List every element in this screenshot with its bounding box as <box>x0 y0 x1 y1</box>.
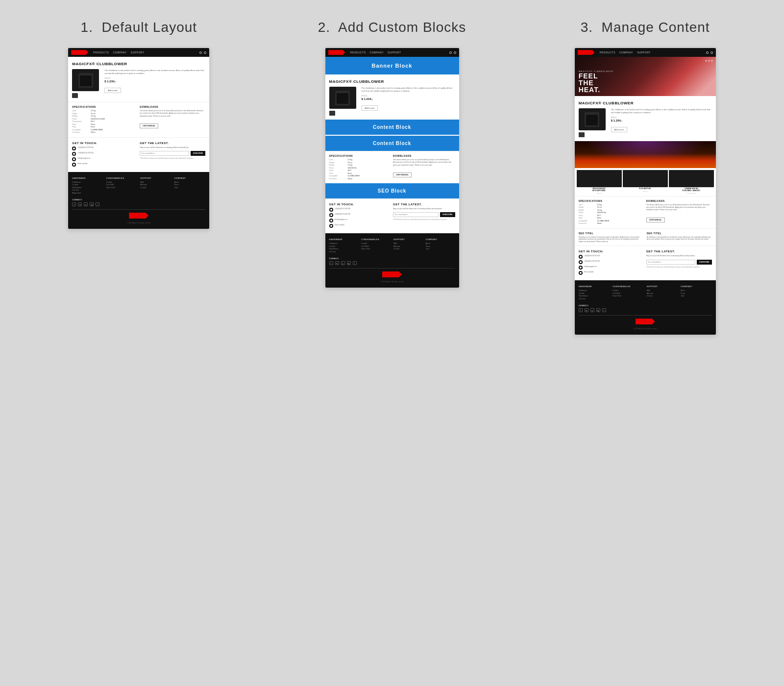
col2-nav-company[interactable]: COMPANY <box>370 51 384 54</box>
col3-footer-sup-3[interactable]: Contact <box>647 295 678 297</box>
col2-user-manual-button[interactable]: USER MANUAL <box>393 172 412 177</box>
col1-downloads: DOWNLOADS The device allows you to do so… <box>140 105 205 134</box>
col3-search-icon[interactable] <box>706 51 709 54</box>
column-1: 1. Default Layout PRODUCTS COMPANY SUPPO… <box>20 20 258 229</box>
col3-spec-label-4: Temp. <box>579 215 596 217</box>
twitter-icon[interactable]: t <box>96 202 99 206</box>
col3-footer-cons-3[interactable]: Hazer Fluid <box>612 295 644 297</box>
col2-footer-comp-1[interactable]: About <box>426 243 455 245</box>
col3-youtube-icon[interactable]: y <box>590 308 594 312</box>
col2-footer-link-3[interactable]: Flameblazer <box>329 248 359 250</box>
col3-facebook-icon[interactable]: f <box>579 308 583 312</box>
col3-footer-link-4[interactable]: Co2 Jets <box>579 298 610 300</box>
col2-footer-sup-3[interactable]: Contact <box>393 248 423 250</box>
cart-icon[interactable] <box>204 51 206 54</box>
col1-footer-link-2[interactable]: Confetti <box>72 184 103 186</box>
col1-email-input[interactable] <box>140 151 189 156</box>
col2-add-cart-button[interactable]: Add to cart <box>362 105 378 111</box>
col2-subscribe-button[interactable]: SUBSCRIBE <box>440 212 455 217</box>
col1-subscribe-button[interactable]: SUBSCRIBE <box>191 151 206 156</box>
col2-linkedin-icon[interactable]: in <box>335 261 339 265</box>
col1-footer-cons-3[interactable]: Hazer Fluid <box>106 187 138 189</box>
col3-phone2-text: +31(0)474 61 83 555 <box>584 260 600 263</box>
col3-nav-company[interactable]: COMPANY <box>619 51 633 54</box>
col3-footer-comp-1[interactable]: About <box>681 290 712 292</box>
col3-phone-icon-1 <box>579 255 583 259</box>
col2-instagram-icon[interactable]: ig <box>347 261 351 265</box>
col1-specs: SPECIFICATIONS Load 0,3 kg Height 15 cm … <box>72 105 138 134</box>
col3-product-image-area <box>579 108 608 137</box>
col3-footer-company: COMPANY About Press Jobs <box>681 285 712 300</box>
col2-footer-cons-1[interactable]: Confetti <box>361 243 391 245</box>
instagram-icon[interactable]: ig <box>90 202 94 206</box>
col3-thumb-1[interactable] <box>579 132 585 137</box>
facebook-icon[interactable]: f <box>72 202 76 206</box>
col3-thumb-row <box>579 132 608 137</box>
col3-subscribe-row: SUBSCRIBE <box>646 260 712 265</box>
col1-footer-cons-1[interactable]: Confetti <box>106 181 138 183</box>
col2-footer-cons-3[interactable]: Hazer Fluid <box>361 248 391 250</box>
col1-footer-cons-2[interactable]: Co2 Refill <box>106 184 138 186</box>
col1-footer-link-4[interactable]: Co2 Jets <box>72 189 103 191</box>
col3-footer-link-2[interactable]: Confetti <box>579 293 610 294</box>
col2-cart-icon[interactable] <box>454 51 456 54</box>
col3-add-cart-button[interactable]: Add to cart <box>611 127 627 132</box>
col2-spec-label-1: Height <box>329 162 346 164</box>
col2-thumb-1[interactable] <box>329 111 335 116</box>
col3-footer-cons-2[interactable]: Co2 Refill <box>612 293 644 294</box>
col2-twitter-icon[interactable]: t <box>353 261 357 265</box>
col1-footer-link-1[interactable]: Clubblower <box>72 181 103 183</box>
col2-footer-comp-2[interactable]: Press <box>426 245 455 247</box>
col1-footer-sup-3[interactable]: Contact <box>140 187 172 189</box>
col2-touch-title: GET IN TOUCH. <box>329 203 392 206</box>
col2-nav-products[interactable]: PRODUCTS <box>350 51 366 54</box>
col1-footer-sup-2[interactable]: Manuals <box>140 184 172 186</box>
nav-link-company[interactable]: COMPANY <box>113 51 126 54</box>
col3-footer-comp-3[interactable]: Jobs <box>681 295 712 297</box>
col2-phone-icon-2 <box>329 213 333 217</box>
col1-add-cart-button[interactable]: Add to cart <box>104 88 121 93</box>
col2-footer-comp-3[interactable]: Jobs <box>426 248 455 250</box>
col2-footer-sup-1[interactable]: FAQ <box>393 243 423 245</box>
col1-footer-comp-3[interactable]: Jobs <box>174 187 206 189</box>
col1-footer-sup-1[interactable]: FAQ <box>140 181 172 183</box>
col3-nav-products[interactable]: PRODUCTS <box>600 51 615 54</box>
col1-footer-link-5[interactable]: Magic Haze <box>72 192 103 194</box>
col2-footer-sup-2[interactable]: Manuals <box>393 245 423 247</box>
linkedin-icon[interactable]: in <box>78 202 82 206</box>
spec-label-0: Load <box>72 110 89 112</box>
col3-email-input[interactable] <box>646 260 695 265</box>
col3-footer-sup-2[interactable]: Manuals <box>647 293 678 294</box>
col2-youtube-icon[interactable]: y <box>341 261 345 265</box>
col1-footer-comp-2[interactable]: Press <box>174 184 206 186</box>
col2-title: 2. Add Custom Blocks <box>318 20 466 35</box>
col3-footer-link-3[interactable]: Flameblazer <box>579 295 610 297</box>
col1-footer-link-3[interactable]: Flameblazer <box>72 187 103 189</box>
col2-nav-support[interactable]: SUPPORT <box>388 51 401 54</box>
col2-facebook-icon[interactable]: f <box>329 261 333 265</box>
col3-linkedin-icon[interactable]: in <box>585 308 588 312</box>
col3-cart-icon[interactable] <box>710 51 713 54</box>
col1-footer-comp-1[interactable]: About <box>174 181 206 183</box>
col3-footer-link-1[interactable]: Clubblower <box>579 290 610 292</box>
col2-footer-link-1[interactable]: Clubblower <box>329 243 359 245</box>
nav-link-support[interactable]: SUPPORT <box>131 51 145 54</box>
col3-instagram-icon[interactable]: ig <box>596 308 600 312</box>
col2-search-icon[interactable] <box>449 51 452 54</box>
col2-email-input[interactable] <box>393 212 439 217</box>
col2-footer-link-4[interactable]: Co2 Jets <box>329 251 359 253</box>
col2-footer-link-2[interactable]: Confetti <box>329 245 359 247</box>
col1-thumb-1[interactable] <box>72 93 78 98</box>
youtube-icon[interactable]: y <box>84 202 88 206</box>
search-icon[interactable] <box>199 51 202 54</box>
col3-subscribe-button[interactable]: SUBSCRIBE <box>697 260 712 265</box>
col2-footer-cons-2[interactable]: Co2 Refill <box>361 245 391 247</box>
col3-footer-sup-1[interactable]: FAQ <box>647 290 678 292</box>
col1-user-manual-button[interactable]: USER MANUAL <box>140 123 158 128</box>
col3-footer-comp-2[interactable]: Press <box>681 293 712 294</box>
col3-user-manual-button[interactable]: USER MANUAL <box>646 218 665 222</box>
nav-link-products[interactable]: PRODUCTS <box>93 51 109 54</box>
col3-nav-support[interactable]: SUPPORT <box>637 51 651 54</box>
col3-footer-cons-1[interactable]: Confetti <box>612 290 644 292</box>
col3-twitter-icon[interactable]: t <box>602 308 606 312</box>
